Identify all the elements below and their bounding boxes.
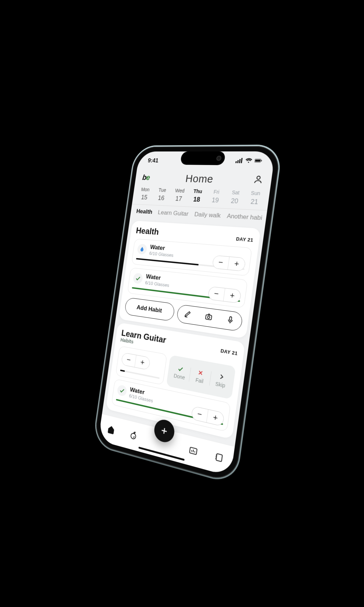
tab-health[interactable]: Health [136, 208, 153, 215]
date-fri[interactable]: Fri19 [206, 189, 226, 204]
svg-point-10 [207, 316, 210, 319]
app-logo[interactable]: be [142, 173, 150, 182]
habit-stepper: − + [191, 406, 224, 427]
page-title: Home [185, 172, 214, 185]
habit-progress [136, 258, 245, 270]
nav-home[interactable] [106, 424, 116, 436]
section-guitar-day: DAY 21 [220, 348, 238, 356]
svg-rect-3 [241, 158, 243, 163]
camera-icon[interactable] [204, 312, 213, 323]
nav-journal[interactable] [214, 451, 225, 465]
svg-point-7 [257, 176, 260, 179]
svg-line-25 [162, 430, 167, 432]
svg-line-21 [216, 455, 217, 455]
bottom-nav [98, 414, 235, 477]
svg-rect-9 [205, 315, 212, 320]
svg-rect-4 [254, 159, 261, 162]
pencil-icon[interactable] [183, 309, 192, 320]
swipe-done[interactable]: Done [169, 364, 191, 382]
svg-line-8 [185, 317, 187, 317]
svg-rect-6 [261, 160, 262, 161]
date-sat[interactable]: Sat20 [225, 189, 245, 205]
date-tue[interactable]: Tue16 [153, 187, 171, 202]
svg-line-17 [191, 450, 192, 451]
minus-button[interactable]: − [212, 255, 230, 269]
tab-daily-walk[interactable]: Daily walk [194, 211, 221, 219]
svg-line-12 [230, 322, 230, 323]
plus-button[interactable]: + [223, 288, 241, 303]
swipe-fail[interactable]: Fail [189, 368, 211, 386]
home-indicator [138, 447, 185, 461]
minus-button[interactable]: − [191, 406, 208, 422]
plus-button[interactable]: + [207, 410, 224, 426]
profile-button[interactable] [252, 174, 264, 186]
section-health: Health DAY 21 Water 6/10 [118, 221, 261, 339]
check-icon [132, 273, 143, 284]
tab-learn-guitar[interactable]: Learn Guitar [157, 209, 189, 218]
svg-line-13 [199, 371, 202, 375]
plus-button[interactable]: + [135, 355, 150, 370]
date-wed[interactable]: Wed17 [170, 188, 188, 203]
svg-point-15 [130, 433, 136, 439]
swipe-actions: Done Fail Skip [166, 355, 236, 399]
check-icon [117, 384, 127, 397]
svg-line-24 [164, 428, 164, 434]
nav-stats[interactable] [188, 445, 198, 458]
wifi-icon [245, 158, 253, 165]
section-health-day: DAY 21 [236, 236, 254, 243]
date-thu[interactable]: Thu18 [188, 188, 207, 204]
swipe-skip[interactable]: Skip [209, 371, 232, 390]
signal-icon [235, 158, 243, 165]
water-drop-icon [137, 243, 147, 255]
nav-spacer [153, 441, 172, 446]
status-icons [235, 158, 262, 165]
svg-line-23 [215, 458, 216, 458]
screen: 9:41 [98, 151, 275, 477]
nav-nutrition[interactable] [129, 430, 138, 442]
date-mon[interactable]: Mon15 [136, 186, 154, 201]
quick-log-bar [176, 304, 243, 332]
habit-stepper: − + [212, 255, 246, 271]
plus-button[interactable]: + [228, 257, 246, 271]
svg-rect-16 [189, 447, 197, 454]
mic-icon[interactable] [226, 315, 235, 326]
habit-stepper: − + [121, 352, 151, 370]
habit-progress [132, 287, 240, 302]
svg-rect-20 [216, 453, 222, 462]
svg-line-22 [216, 456, 216, 457]
svg-rect-1 [237, 160, 239, 163]
phone-frame: 9:41 [93, 146, 281, 484]
battery-icon [254, 158, 262, 165]
svg-rect-5 [255, 159, 260, 162]
svg-rect-0 [235, 161, 237, 163]
notch [180, 151, 226, 165]
minus-button[interactable]: − [121, 353, 136, 367]
add-habit-button[interactable]: Add Habit [124, 297, 175, 322]
habit-stepper: − + [207, 286, 241, 304]
tab-another-habit[interactable]: Another habi [226, 212, 263, 222]
svg-line-18 [193, 449, 193, 452]
section-health-title: Health [135, 226, 159, 237]
svg-rect-11 [229, 317, 232, 321]
date-sun[interactable]: Sun21 [245, 190, 265, 206]
habit-progress [120, 369, 159, 379]
status-time: 9:41 [147, 157, 159, 164]
habit-swipe-handle[interactable]: − + [116, 346, 167, 385]
svg-rect-2 [239, 159, 241, 163]
content-scroll[interactable]: Health DAY 21 Water 6/10 [102, 217, 265, 447]
svg-line-19 [195, 451, 195, 452]
minus-button[interactable]: − [208, 287, 225, 301]
svg-line-14 [199, 371, 202, 375]
